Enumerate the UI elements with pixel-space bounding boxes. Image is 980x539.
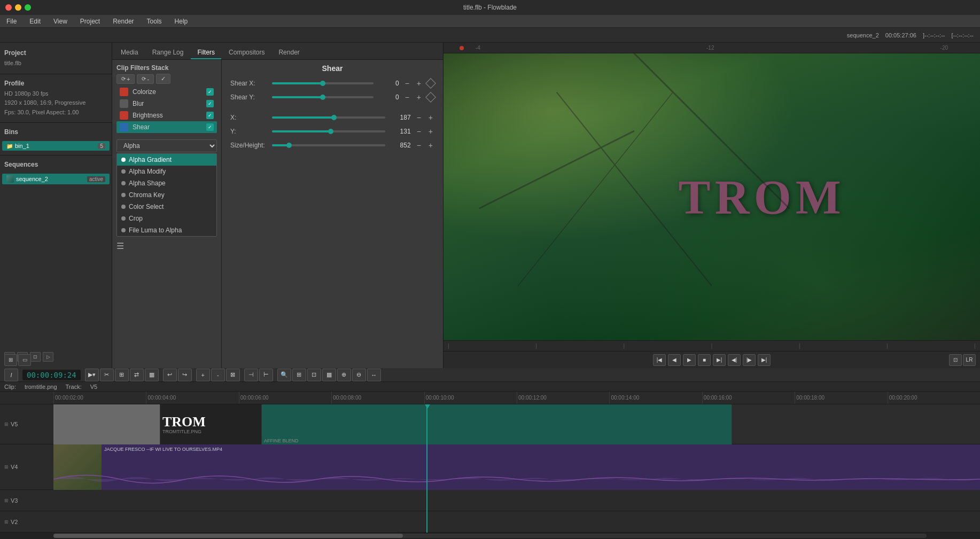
- clip-end-btn[interactable]: ⊢: [259, 369, 273, 381]
- view-btn-6[interactable]: ⊖: [352, 369, 366, 381]
- stop-btn[interactable]: ■: [698, 354, 711, 366]
- track-v5-content: TROM TROMTITLE.PNG AFFINE BLEND: [53, 404, 980, 444]
- view-btn-5[interactable]: ⊕: [337, 369, 351, 381]
- view-btn-7[interactable]: ↔: [367, 369, 381, 381]
- filter-category-dropdown[interactable]: Alpha: [116, 139, 217, 152]
- preview-size-2[interactable]: LR: [963, 354, 976, 366]
- filter-row-brightness[interactable]: Brightness ✓: [116, 110, 217, 121]
- menu-file[interactable]: File: [4, 17, 19, 26]
- view-btn-4[interactable]: ▦: [322, 369, 336, 381]
- view-btn-1[interactable]: 🔍: [277, 369, 291, 381]
- v4-clip[interactable]: JACQUE FRESCO --IF WI LIVE TO OURSELVES.…: [53, 444, 980, 490]
- tab-render[interactable]: Render: [272, 46, 306, 59]
- remove-filter-btn[interactable]: ⟳ -: [137, 74, 154, 84]
- prev-frame-btn[interactable]: ◀: [668, 354, 681, 366]
- jump-start-btn[interactable]: |◀: [653, 354, 666, 366]
- x-decrement[interactable]: −: [415, 113, 423, 122]
- x-increment[interactable]: +: [427, 113, 434, 122]
- hamburger-icon[interactable]: ☰: [116, 241, 124, 251]
- v5-thumbnail-clip[interactable]: [53, 404, 160, 444]
- shear-y-increment[interactable]: +: [415, 93, 423, 101]
- shear-y-decrement[interactable]: −: [403, 93, 411, 101]
- jump-end-btn[interactable]: ▶|: [758, 354, 771, 366]
- menu-project[interactable]: Project: [78, 17, 102, 26]
- x-slider[interactable]: [272, 116, 385, 119]
- shear-x-slider[interactable]: [272, 82, 374, 84]
- shear-x-keyframe[interactable]: [425, 78, 436, 89]
- menu-view[interactable]: View: [51, 17, 69, 26]
- size-increment[interactable]: +: [427, 141, 434, 150]
- mark-out-btn[interactable]: -: [211, 369, 225, 381]
- undo-btn[interactable]: ↩: [163, 369, 177, 381]
- filter-list-item-alpha-shape[interactable]: Alpha Shape: [117, 177, 216, 189]
- blur-checkbox[interactable]: ✓: [206, 100, 214, 107]
- sidebar-icon-btn-3[interactable]: ⊡: [30, 352, 41, 362]
- y-decrement[interactable]: −: [415, 127, 423, 136]
- size-decrement[interactable]: −: [415, 141, 423, 150]
- tab-compositors[interactable]: Compositors: [222, 46, 271, 59]
- sidebar-icon-btn-4[interactable]: ▷: [43, 352, 53, 362]
- view-btn-2[interactable]: ⊞: [292, 369, 306, 381]
- next-frame-btn[interactable]: ▶|: [713, 354, 726, 366]
- preview-ctrl-1[interactable]: ⊞: [4, 354, 17, 366]
- overwrite-btn[interactable]: ▦: [145, 369, 159, 381]
- menu-edit[interactable]: Edit: [27, 17, 43, 26]
- filter-row-colorize[interactable]: Colorize ✓: [116, 86, 217, 98]
- swap-btn[interactable]: ⇄: [130, 369, 144, 381]
- tab-filters[interactable]: Filters: [191, 46, 221, 59]
- track-labels: ⊞ V5 ⊞ V4 ⊞ V3 ⊞ V2: [0, 404, 53, 533]
- check-filter-btn[interactable]: ✓: [156, 74, 170, 84]
- mark-in-btn[interactable]: +: [196, 369, 210, 381]
- add-filter-btn[interactable]: ⟳ +: [116, 74, 135, 84]
- sequence-item[interactable]: sequence_2 active: [2, 174, 110, 184]
- menu-tools[interactable]: Tools: [145, 17, 164, 26]
- v5-main-clip[interactable]: AFFINE BLEND: [262, 404, 732, 444]
- filter-list-item-file-luma[interactable]: File Luma to Alpha: [117, 224, 216, 236]
- y-increment[interactable]: +: [427, 127, 434, 136]
- y-slider[interactable]: [272, 130, 385, 132]
- menu-render[interactable]: Render: [111, 17, 136, 26]
- clear-marks-btn[interactable]: ⊠: [226, 369, 240, 381]
- prev-mark-btn[interactable]: ◀|: [728, 354, 741, 366]
- close-button[interactable]: [5, 4, 12, 11]
- timeline-scrollbar[interactable]: [0, 533, 980, 539]
- tab-media[interactable]: Media: [114, 46, 145, 59]
- view-btn-3[interactable]: ⊡: [307, 369, 321, 381]
- tracks-container: TROM TROMTITLE.PNG AFFINE BLEND: [53, 404, 980, 533]
- splice-btn[interactable]: ⊞: [115, 369, 129, 381]
- filter-list-item-color-select[interactable]: Color Select: [117, 201, 216, 213]
- menu-help[interactable]: Help: [173, 17, 190, 26]
- clip-start-btn[interactable]: ⊣: [244, 369, 258, 381]
- filter-row-blur[interactable]: Blur ✓: [116, 98, 217, 110]
- filter-list-item-alpha-gradient[interactable]: Alpha Gradient: [117, 154, 216, 166]
- shear-y-value: 0: [378, 93, 399, 101]
- play-dropdown[interactable]: ▶▾: [85, 369, 99, 381]
- preview-ctrl-2[interactable]: ▭: [18, 354, 31, 366]
- y-value: 131: [390, 128, 411, 135]
- preview-size-1[interactable]: ⊡: [949, 354, 962, 366]
- redo-btn[interactable]: ↪: [178, 369, 192, 381]
- colorize-checkbox[interactable]: ✓: [206, 88, 214, 96]
- shear-checkbox[interactable]: ✓: [206, 123, 214, 131]
- size-height-slider[interactable]: [272, 144, 385, 146]
- bin-item[interactable]: 📁 bin_1 5: [2, 141, 110, 151]
- filter-list-item-crop[interactable]: Crop: [117, 213, 216, 224]
- shear-x-decrement[interactable]: −: [403, 79, 411, 88]
- shear-x-increment[interactable]: +: [415, 79, 423, 88]
- minimize-button[interactable]: [15, 4, 21, 11]
- tab-range-log[interactable]: Range Log: [146, 46, 190, 59]
- shear-y-slider[interactable]: [272, 96, 374, 98]
- v5-trom-clip[interactable]: TROM TROMTITLE.PNG: [160, 404, 262, 444]
- trim-btn[interactable]: ✂: [100, 369, 114, 381]
- transport-italic[interactable]: I: [4, 369, 18, 381]
- filter-row-shear[interactable]: Shear ✓: [116, 121, 217, 133]
- filter-list-item-chroma-key[interactable]: Chroma Key: [117, 189, 216, 201]
- alpha-modify-label: Alpha Modify: [129, 168, 166, 175]
- next-mark-btn[interactable]: |▶: [743, 354, 756, 366]
- shear-y-keyframe[interactable]: [425, 92, 436, 103]
- maximize-button[interactable]: [25, 4, 31, 11]
- brightness-checkbox[interactable]: ✓: [206, 112, 214, 119]
- filter-list-item-alpha-modify[interactable]: Alpha Modify: [117, 166, 216, 177]
- play-btn[interactable]: ▶: [683, 354, 696, 366]
- tromtitle-file: TROMTITLE.PNG: [162, 429, 259, 434]
